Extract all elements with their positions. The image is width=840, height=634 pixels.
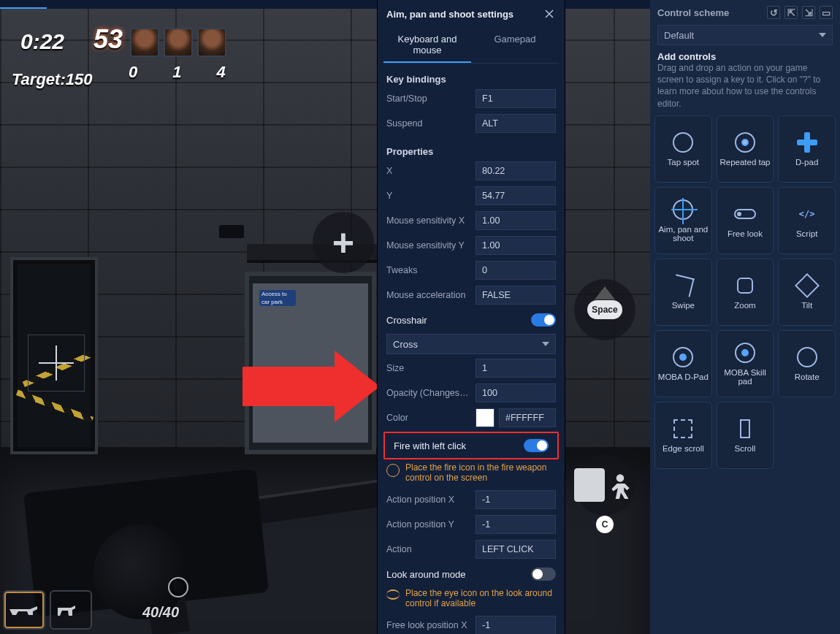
section-crosshair: Crosshair <box>386 315 427 326</box>
close-icon[interactable] <box>543 7 556 20</box>
annotation-arrow <box>243 351 381 422</box>
control-aim-pan-shoot[interactable]: Aim, pan and shoot <box>654 187 712 254</box>
label-mouse-sens-y: Mouse sensitivity Y <box>386 240 471 251</box>
hud-killcount: 53 <box>93 26 123 53</box>
input-mouse-sens-x[interactable] <box>476 211 556 230</box>
hud-ammo: 40/40 <box>142 605 179 619</box>
control-edge-scroll[interactable]: Edge scroll <box>654 402 712 469</box>
label-opacity: Opacity (Changes ap... <box>386 388 471 398</box>
toggle-fire-left-click[interactable] <box>524 439 549 452</box>
controls-editor-sidebar: Control scheme ↺ ⇱ ⇲ ▭ Default Add contr… <box>650 0 840 634</box>
aim-pan-shoot-settings-panel: Aim, pan and shoot settings Keyboard and… <box>377 0 565 634</box>
export-icon[interactable]: ⇱ <box>784 6 798 19</box>
input-start-stop[interactable] <box>476 89 556 108</box>
enemy-avatar <box>197 28 226 57</box>
door-sign: Access to car park <box>259 290 296 306</box>
toggle-look-around[interactable] <box>531 568 556 581</box>
label-action-pos-y: Action position Y <box>386 519 471 530</box>
undo-icon[interactable]: ↺ <box>767 6 780 19</box>
input-action-pos-y[interactable] <box>476 515 556 534</box>
input-opacity[interactable] <box>476 383 556 402</box>
input-action[interactable] <box>476 540 556 559</box>
weapon-slot-secondary[interactable] <box>50 590 92 630</box>
control-rotate[interactable]: Rotate <box>778 330 836 397</box>
control-moba-dpad[interactable]: MOBA D-Pad <box>654 330 712 397</box>
color-swatch[interactable] <box>476 408 495 427</box>
add-controls-title: Add controls <box>650 51 840 62</box>
aim-pan-shoot-overlay[interactable] <box>28 335 85 392</box>
input-suspend[interactable] <box>476 114 556 133</box>
weapon-slot-primary[interactable] <box>3 590 45 630</box>
mouse-icon <box>386 464 400 477</box>
label-tweaks: Tweaks <box>386 265 471 275</box>
input-mouse-sens-y[interactable] <box>476 236 556 255</box>
input-color[interactable] <box>499 408 556 427</box>
control-swipe[interactable]: Swipe <box>654 259 712 326</box>
eye-icon <box>386 589 400 600</box>
input-action-pos-x[interactable] <box>476 490 556 509</box>
label-color: Color <box>386 413 471 423</box>
label-mouse-sens-x: Mouse sensitivity X <box>386 215 471 226</box>
control-tap-spot[interactable]: Tap spot <box>654 115 712 183</box>
control-scroll[interactable]: Scroll <box>717 402 774 469</box>
label-action: Action <box>386 544 471 554</box>
section-key-bindings: Key bindings <box>378 68 565 86</box>
control-moba-skill[interactable]: MOBA Skill pad <box>717 330 774 397</box>
input-x[interactable] <box>476 161 556 180</box>
control-scheme-label: Control scheme <box>657 7 729 18</box>
input-y[interactable] <box>476 186 556 205</box>
input-tweaks[interactable] <box>476 261 556 280</box>
label-size: Size <box>386 363 471 373</box>
hud-timer: 0:22 <box>20 31 64 53</box>
panel-title: Aim, pan and shoot settings <box>386 9 513 20</box>
player-score: 0 <box>129 64 137 80</box>
label-x: X <box>386 166 471 176</box>
toggle-crosshair[interactable] <box>531 313 556 326</box>
enemy-avatar <box>164 28 193 57</box>
enemy-avatar <box>130 28 159 57</box>
label-start-stop: Start/Stop <box>386 93 471 104</box>
add-controls-desc: Drag and drop an action on your game scr… <box>650 62 840 115</box>
control-dpad[interactable]: D-pad <box>778 115 836 183</box>
hint-look-around: Place the eye icon on the look around co… <box>405 588 556 608</box>
control-zoom[interactable]: Zoom <box>717 259 774 326</box>
grenade-slot[interactable] <box>168 577 188 597</box>
control-script[interactable]: </>Script <box>778 187 836 254</box>
security-camera <box>219 225 244 238</box>
crouch-button[interactable] <box>574 454 635 516</box>
chevron-down-icon <box>542 342 549 346</box>
label-mouse-accel: Mouse acceleration <box>386 290 471 300</box>
player-score: 4 <box>217 64 226 80</box>
label-freelook-pos-x: Free look position X <box>386 620 471 630</box>
tab-keyboard-mouse[interactable]: Keyboard and mouse <box>383 28 471 63</box>
label-y: Y <box>386 191 471 201</box>
label-look-around: Look around mode <box>386 569 465 580</box>
input-freelook-pos-x[interactable] <box>476 616 556 634</box>
chevron-down-icon <box>819 33 826 37</box>
import-icon[interactable]: ⇲ <box>802 6 815 19</box>
control-repeated-tap[interactable]: Repeated tap <box>717 115 774 183</box>
control-free-look[interactable]: Free look <box>717 187 774 254</box>
jump-key-label: Space <box>587 300 622 319</box>
input-size[interactable] <box>476 359 556 378</box>
tab-gamepad[interactable]: Gamepad <box>471 28 559 63</box>
player-score: 1 <box>172 64 181 80</box>
label-fire-left-click: Fire with left click <box>394 440 466 451</box>
input-mouse-accel[interactable] <box>476 286 556 305</box>
label-action-pos-x: Action position X <box>386 494 471 505</box>
label-suspend: Suspend <box>386 118 471 129</box>
hud-target: Target:150 <box>12 72 92 88</box>
jump-button[interactable]: Space <box>574 279 635 340</box>
section-properties: Properties <box>378 140 565 158</box>
control-tilt[interactable]: Tilt <box>778 259 836 326</box>
hint-fire: Place the fire icon in the fire weapon c… <box>405 462 556 483</box>
crouch-key-label: C <box>596 516 614 533</box>
control-scheme-select[interactable]: Default <box>657 25 833 45</box>
select-crosshair-shape[interactable]: Cross <box>386 334 556 354</box>
open-icon[interactable]: ▭ <box>820 6 833 19</box>
heal-button[interactable]: + <box>313 212 374 273</box>
